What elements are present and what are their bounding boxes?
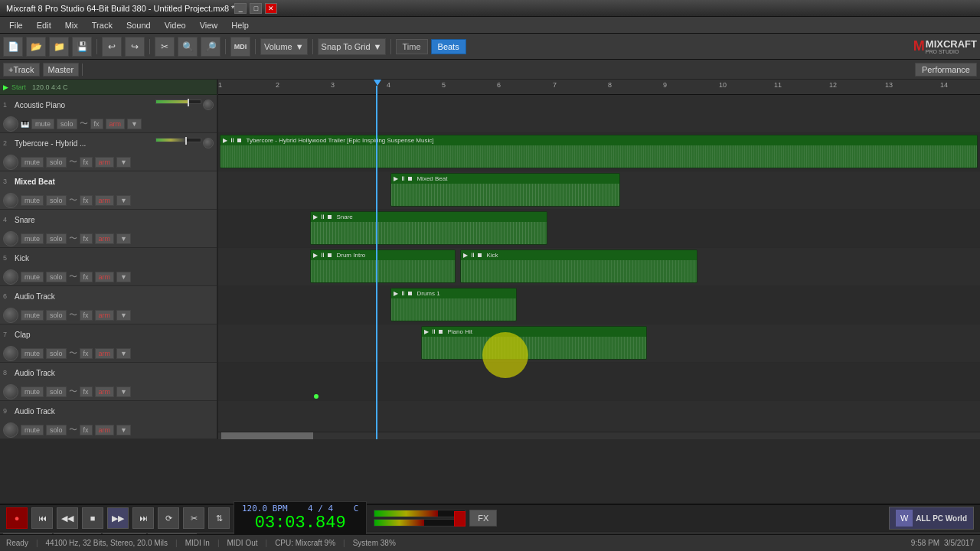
arm-button[interactable]: arm	[95, 272, 115, 282]
rewind-button[interactable]: ⏮	[31, 507, 53, 529]
track-expand-button[interactable]: ▼	[116, 195, 131, 206]
mute-button[interactable]: mute	[21, 233, 44, 244]
menu-edit[interactable]: Edit	[31, 19, 57, 31]
track-expand-button[interactable]: ▼	[116, 272, 131, 282]
record-button[interactable]: ●	[6, 507, 28, 529]
track-expand-button[interactable]: ▼	[116, 386, 131, 397]
minimize-button[interactable]: _	[234, 3, 247, 14]
track-volume-knob[interactable]	[3, 116, 18, 132]
arrange-area[interactable]: 1 2 3 4 5 6 7 8 9 10 11 12 13 14 ▶ ⏸ ⏹	[218, 80, 980, 439]
close-button[interactable]: ✕	[265, 3, 277, 14]
solo-button[interactable]: solo	[46, 310, 67, 321]
arm-button[interactable]: arm	[95, 310, 115, 321]
track-expand-button[interactable]: ▼	[116, 348, 131, 359]
track-expand-button[interactable]: ▼	[127, 119, 142, 129]
track-volume-knob[interactable]	[3, 422, 18, 438]
open-button[interactable]: 📂	[26, 37, 46, 57]
loop-button[interactable]: ⟳	[158, 507, 179, 529]
track-lane[interactable]: ▶ ⏸ ⏹ Tybercore - Hybrid Hollywood Trail…	[218, 133, 980, 171]
track-lane[interactable]: ▶ ⏸ ⏹ Drum Intro ▶ ⏸ ⏹ Kick	[218, 248, 980, 286]
track-volume-knob[interactable]	[3, 155, 18, 170]
open2-button[interactable]: 📁	[49, 37, 69, 57]
fx-button[interactable]: fx	[80, 233, 93, 244]
track-lane[interactable]: ▶ ⏸ ⏹ Piano Hit	[218, 324, 980, 363]
pan-knob[interactable]	[203, 138, 214, 148]
volume-slider[interactable]	[155, 99, 201, 104]
mute-button[interactable]: mute	[21, 386, 44, 397]
ffwd-button[interactable]: ⏭	[132, 507, 154, 529]
track-volume-knob[interactable]	[3, 193, 18, 208]
mute-button[interactable]: mute	[21, 272, 44, 282]
beat-clip[interactable]: ▶ ⏸ ⏹ Piano Hit	[421, 326, 647, 360]
menu-help[interactable]: Help	[225, 19, 255, 31]
menu-view[interactable]: View	[194, 19, 224, 31]
fx-button[interactable]: fx	[80, 195, 93, 206]
audio-clip[interactable]: ▶ ⏸ ⏹ Tybercore - Hybrid Hollywood Trail…	[220, 135, 978, 168]
stop-button[interactable]: ■	[82, 507, 103, 529]
undo-button[interactable]: ↩	[102, 37, 122, 57]
cut-button[interactable]: ✂	[155, 37, 175, 57]
beat-clip[interactable]: ▶ ⏸ ⏹ Mixed Beat	[390, 173, 620, 207]
mute-button[interactable]: mute	[21, 310, 44, 321]
horizontal-scrollbar[interactable]	[218, 432, 980, 439]
fx-button[interactable]: fx	[80, 310, 93, 321]
solo-button[interactable]: solo	[46, 348, 67, 359]
tempo-display[interactable]: 120.0 BPM 4 / 4 C 03:03.849	[234, 501, 367, 535]
arm-button[interactable]: arm	[95, 425, 115, 435]
track-lane[interactable]: ▶ ⏸ ⏹ Mixed Beat	[218, 171, 980, 210]
track-expand-button[interactable]: ▼	[116, 157, 131, 168]
maximize-button[interactable]: □	[250, 3, 262, 14]
arm-button[interactable]: arm	[95, 233, 115, 244]
back-button[interactable]: ◀◀	[57, 507, 78, 529]
solo-button[interactable]: solo	[46, 425, 67, 435]
midi-button[interactable]: MDI	[230, 37, 250, 57]
track-volume-knob[interactable]	[3, 231, 18, 246]
track-volume-knob[interactable]	[3, 308, 18, 323]
beats-button[interactable]: Beats	[431, 39, 466, 54]
beat-clip[interactable]: ▶ ⏸ ⏹ Kick	[460, 249, 697, 283]
menu-sound[interactable]: Sound	[120, 19, 157, 31]
mute-button[interactable]: mute	[21, 195, 44, 206]
track-expand-button[interactable]: ▼	[116, 425, 131, 435]
track-lane[interactable]: ▶ ⏸ ⏹ Drums 1	[218, 286, 980, 324]
arm-button[interactable]: arm	[95, 195, 115, 206]
scrollbar-thumb[interactable]	[221, 432, 313, 439]
menu-video[interactable]: Video	[158, 19, 192, 31]
mix-button[interactable]: ⇅	[208, 507, 230, 529]
fx-button[interactable]: fx	[80, 348, 93, 359]
track-lane[interactable]	[218, 363, 980, 401]
arm-button[interactable]: arm	[95, 157, 115, 168]
fx-button[interactable]: fx	[90, 119, 103, 129]
mute-button[interactable]: mute	[21, 348, 44, 359]
track-volume-knob[interactable]	[3, 269, 18, 285]
arm-button[interactable]: arm	[95, 348, 115, 359]
menu-mix[interactable]: Mix	[59, 19, 84, 31]
beat-clip[interactable]: ▶ ⏸ ⏹ Snare	[310, 211, 547, 245]
beat-clip[interactable]: ▶ ⏸ ⏹ Drum Intro	[310, 249, 456, 283]
notification-bar[interactable]: W ALL PC World	[889, 507, 974, 530]
snap-dropdown[interactable]: Snap To Grid ▼	[318, 38, 386, 55]
volume-dropdown[interactable]: Volume ▼	[260, 38, 308, 55]
add-track-button[interactable]: +Track	[3, 63, 40, 77]
solo-button[interactable]: solo	[46, 233, 67, 244]
track-lane[interactable]	[218, 95, 980, 133]
time-button[interactable]: Time	[396, 39, 428, 54]
menu-track[interactable]: Track	[86, 19, 119, 31]
mute-button[interactable]: mute	[21, 425, 44, 435]
volume-slider[interactable]	[155, 138, 201, 142]
solo-button[interactable]: solo	[46, 272, 67, 282]
fx-button[interactable]: FX	[469, 510, 497, 527]
menu-file[interactable]: File	[3, 19, 29, 31]
solo-button[interactable]: solo	[46, 157, 67, 168]
new-button[interactable]: 📄	[3, 37, 23, 57]
fx-button[interactable]: fx	[80, 386, 93, 397]
zoom-out-button[interactable]: 🔎	[201, 37, 220, 57]
redo-button[interactable]: ↪	[125, 37, 145, 57]
track-expand-button[interactable]: ▼	[116, 233, 131, 244]
track-expand-button[interactable]: ▼	[116, 310, 131, 321]
fx-button[interactable]: fx	[80, 272, 93, 282]
zoom-in-button[interactable]: 🔍	[178, 37, 198, 57]
fx-button[interactable]: fx	[80, 157, 93, 168]
mute-button[interactable]: mute	[31, 119, 54, 129]
tracks-content[interactable]: ▶ ⏸ ⏹ Tybercore - Hybrid Hollywood Trail…	[218, 95, 980, 439]
